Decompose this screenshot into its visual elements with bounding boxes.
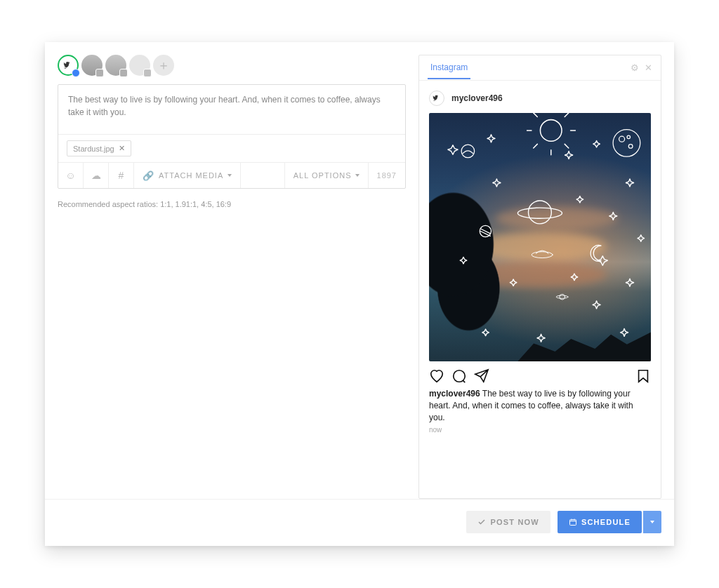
- bird-icon: [433, 94, 441, 102]
- schedule-label: SCHEDULE: [581, 518, 631, 526]
- preview-tabs: Instagram ⚙ ✕: [419, 55, 661, 81]
- ig-avatar: [429, 91, 444, 106]
- emoji-button[interactable]: ☺: [58, 163, 84, 188]
- composer-app: ＋ The best way to live is by following y…: [45, 42, 674, 546]
- paperclip-icon: 🔗: [143, 171, 154, 181]
- remove-attachment-icon[interactable]: ✕: [119, 144, 125, 153]
- post-now-button[interactable]: POST NOW: [466, 511, 550, 533]
- svg-rect-22: [569, 520, 576, 526]
- post-now-label: POST NOW: [490, 518, 539, 526]
- ig-image: [429, 113, 651, 361]
- account-generic[interactable]: [129, 55, 150, 76]
- ig-caption: myclover496 The best way to live is by f…: [429, 388, 651, 423]
- calendar-icon: [569, 518, 577, 526]
- preview-settings-icon[interactable]: ⚙: [631, 62, 639, 73]
- share-icon[interactable]: [474, 368, 489, 384]
- twitter-badge-icon: [95, 69, 104, 77]
- ig-action-bar: [429, 361, 651, 384]
- save-icon[interactable]: [635, 368, 651, 384]
- chevron-down-icon: [355, 174, 360, 177]
- post-text-input[interactable]: The best way to live is by following you…: [58, 85, 405, 134]
- ig-username: myclover496: [451, 93, 503, 103]
- cloud-button[interactable]: ☁: [84, 163, 109, 188]
- attachment-filename: Stardust.jpg: [73, 145, 114, 153]
- instagram-badge-icon: [72, 69, 80, 77]
- generic-badge-icon: [143, 69, 152, 77]
- schedule-button[interactable]: SCHEDULE: [558, 511, 642, 533]
- compose-toolbar: ☺ ☁ # 🔗 ATTACH MEDIA ALL OPTIONS 1897: [58, 162, 405, 188]
- account-instagram[interactable]: [58, 55, 79, 76]
- linkedin-badge-icon: [119, 69, 128, 77]
- ig-header: myclover496: [429, 91, 651, 106]
- schedule-dropdown-button[interactable]: [643, 511, 661, 533]
- compose-box: The best way to live is by following you…: [58, 84, 406, 189]
- preview-panel: Instagram ⚙ ✕ myclover496: [418, 55, 661, 499]
- main-row: ＋ The best way to live is by following y…: [45, 42, 674, 499]
- all-options-label: ALL OPTIONS: [293, 171, 352, 180]
- tab-instagram[interactable]: Instagram: [428, 57, 470, 79]
- like-icon[interactable]: [429, 368, 444, 384]
- composer-panel: ＋ The best way to live is by following y…: [58, 55, 406, 499]
- check-icon: [477, 518, 486, 526]
- add-account-button[interactable]: ＋: [153, 55, 174, 76]
- chevron-down-icon: [650, 521, 654, 523]
- account-selector: ＋: [58, 55, 406, 76]
- preview-close-icon[interactable]: ✕: [645, 62, 652, 73]
- comment-icon[interactable]: [451, 368, 467, 384]
- footer-bar: POST NOW SCHEDULE: [45, 499, 674, 546]
- all-options-button[interactable]: ALL OPTIONS: [284, 163, 368, 188]
- ig-timestamp: now: [429, 426, 651, 434]
- account-linkedin[interactable]: [105, 55, 126, 76]
- ig-caption-username: myclover496: [429, 389, 480, 399]
- stars-doodle-icon: [429, 113, 651, 361]
- aspect-ratio-hint: Recommended aspect ratios: 1:1, 1.91:1, …: [58, 200, 406, 208]
- bird-icon: [63, 60, 73, 70]
- preview-body: myclover496: [419, 81, 661, 443]
- attach-media-button[interactable]: 🔗 ATTACH MEDIA: [134, 163, 241, 188]
- chevron-down-icon: [227, 174, 232, 177]
- character-count: 1897: [368, 163, 405, 188]
- account-twitter[interactable]: [81, 55, 103, 76]
- attachment-bar: Stardust.jpg ✕: [58, 134, 405, 162]
- hashtag-button[interactable]: #: [109, 163, 134, 188]
- attachment-chip[interactable]: Stardust.jpg ✕: [67, 140, 131, 156]
- attach-media-label: ATTACH MEDIA: [159, 171, 223, 180]
